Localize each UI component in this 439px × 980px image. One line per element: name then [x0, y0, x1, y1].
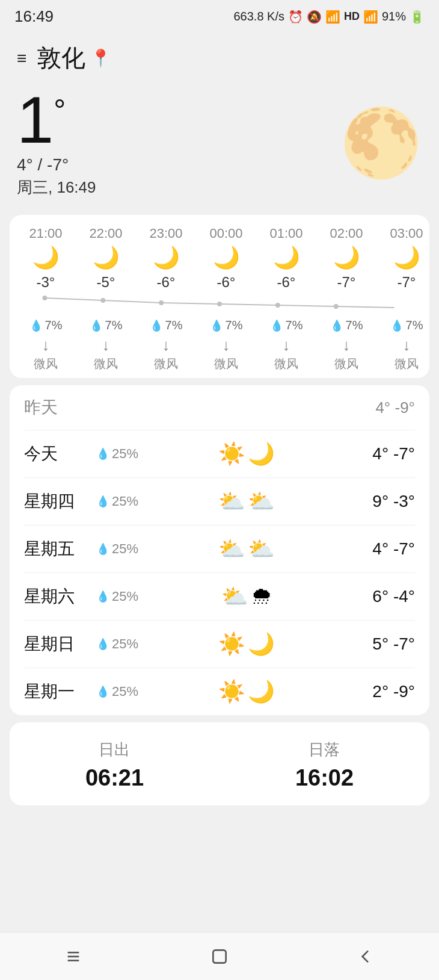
hourly-scroll[interactable]: 21:00 🌙 -3° 22:00 🌙 -5° 23:00 🌙 -6° 00:0…	[10, 226, 429, 291]
status-bar: 16:49 663.8 K/s ⏰ 🔕 📶 HD 📶 91% 🔋	[0, 0, 439, 31]
daily-precip-percent: 25%	[112, 636, 138, 652]
sunrise-label: 日出	[99, 739, 130, 760]
battery-percent: 91%	[382, 10, 406, 23]
precip-item: 💧7%	[376, 318, 429, 332]
signal-icon: 📶	[363, 10, 378, 24]
sunset-item: 日落 16:02	[295, 739, 354, 791]
daily-precip-dot-icon: 💧	[96, 447, 109, 461]
daily-icon1: ☀️	[218, 631, 245, 657]
wind-item: ↓微风	[196, 336, 256, 372]
bottom-nav	[0, 932, 439, 980]
hour-weather-icon: 🌙	[393, 245, 420, 270]
daily-icon2: ⛅	[248, 536, 275, 562]
precip-item: 💧7%	[256, 318, 316, 332]
precip-percent: 7%	[45, 318, 63, 332]
network-speed: 663.8 K/s	[233, 10, 284, 23]
hour-weather-icon: 🌙	[93, 245, 120, 270]
daily-temp: 4° -7°	[337, 539, 415, 559]
daily-precip-dot-icon: 💧	[96, 685, 109, 698]
precip-item: 💧7%	[16, 318, 76, 332]
nav-home-button[interactable]	[195, 932, 244, 981]
hourly-card: 21:00 🌙 -3° 22:00 🌙 -5° 23:00 🌙 -6° 00:0…	[10, 215, 429, 378]
daily-temp: 4° -7°	[337, 444, 415, 464]
nav-back-button[interactable]	[342, 932, 390, 981]
hour-temp: -7°	[337, 274, 356, 291]
wind-label: 微风	[214, 356, 238, 372]
daily-precip-percent: 25%	[112, 494, 138, 509]
hour-item: 01:00 🌙 -6°	[256, 226, 316, 291]
daily-icons: ☀️ 🌙	[156, 441, 337, 467]
daily-day-label: 星期一	[24, 680, 96, 703]
precip-item: 💧7%	[316, 318, 376, 332]
wind-arrow-icon: ↓	[162, 336, 170, 355]
wind-label: 微风	[34, 356, 58, 372]
daily-icons: ☀️ 🌙	[156, 679, 337, 704]
daily-precip-dot-icon: 💧	[96, 542, 109, 556]
hour-label: 03:00	[390, 226, 423, 241]
daily-icon1: ⛅	[221, 584, 248, 609]
hour-label: 22:00	[89, 226, 122, 241]
location-pin-icon: 📍	[90, 48, 111, 68]
hour-weather-icon: 🌙	[213, 245, 240, 270]
daily-icons: ☀️ 🌙	[156, 631, 337, 657]
daily-row: 星期六 💧 25% ⛅ 🌨 6° -4°	[24, 573, 415, 621]
daily-icon2: 🌨	[251, 584, 272, 609]
hour-temp: -6°	[277, 274, 296, 291]
hour-temp: -3°	[37, 274, 55, 291]
hour-weather-icon: 🌙	[273, 245, 300, 270]
wind-arrow-icon: ↓	[102, 336, 110, 355]
daily-day-label: 星期六	[24, 585, 96, 608]
precip-drop-icon: 💧	[90, 319, 103, 332]
hour-label: 01:00	[269, 226, 302, 241]
sunrise-time: 06:21	[85, 765, 144, 791]
daily-day-label: 星期五	[24, 538, 96, 560]
wind-item: ↓微风	[256, 336, 316, 372]
sunset-label: 日落	[309, 739, 340, 760]
precip-drop-icon: 💧	[210, 319, 223, 332]
hour-temp: -5°	[97, 274, 115, 291]
header: ≡ 敦化 📍	[0, 31, 439, 81]
daily-precip-dot-icon: 💧	[96, 637, 109, 651]
wind-label: 微风	[274, 356, 298, 372]
current-temperature: 1 °	[17, 87, 96, 153]
precip-item: 💧7%	[136, 318, 196, 332]
wind-item: ↓微风	[316, 336, 376, 372]
chart-area	[16, 293, 423, 315]
daily-precip: 💧 25%	[96, 541, 156, 557]
daily-temp: 2° -9°	[337, 682, 415, 701]
precip-drop-icon: 💧	[150, 319, 163, 332]
daily-row: 星期一 💧 25% ☀️ 🌙 2° -9°	[24, 668, 415, 715]
precip-drop-icon: 💧	[29, 319, 43, 332]
daily-precip-percent: 25%	[112, 684, 138, 699]
daily-precip-percent: 25%	[112, 541, 138, 557]
svg-point-1	[100, 298, 105, 303]
daily-day-label: 星期日	[24, 633, 96, 656]
temp-range: 4° / -7°	[17, 155, 96, 175]
nav-menu-button[interactable]	[49, 932, 97, 981]
yesterday-label: 昨天	[24, 396, 96, 419]
daily-row: 今天 💧 25% ☀️ 🌙 4° -7°	[24, 430, 415, 478]
daily-precip: 💧 25%	[96, 494, 156, 509]
hour-item: 02:00 🌙 -7°	[316, 226, 376, 291]
daily-icons: ⛅ 🌨	[156, 584, 337, 609]
yesterday-row: 昨天 4° -9°	[24, 385, 415, 430]
svg-point-0	[43, 296, 48, 300]
menu-button[interactable]: ≡	[17, 50, 26, 67]
wind-arrow-icon: ↓	[42, 336, 50, 355]
daily-temp: 5° -7°	[337, 634, 415, 654]
hour-weather-icon: 🌙	[32, 245, 60, 270]
daily-row: 星期日 💧 25% ☀️ 🌙 5° -7°	[24, 621, 415, 668]
daily-row: 星期四 💧 25% ⛅ ⛅ 9° -3°	[24, 478, 415, 526]
battery-icon: 🔋	[410, 10, 425, 24]
hour-item: 00:00 🌙 -6°	[196, 226, 256, 291]
daily-precip-percent: 25%	[112, 446, 138, 462]
hour-weather-icon: 🌙	[333, 245, 360, 270]
daily-precip: 💧 25%	[96, 636, 156, 652]
daily-precip: 💧 25%	[96, 684, 156, 699]
daily-precip-dot-icon: 💧	[96, 590, 109, 603]
svg-point-5	[334, 304, 339, 309]
temp-block: 1 ° 4° / -7° 周三, 16:49	[17, 87, 96, 198]
date-time: 周三, 16:49	[17, 177, 96, 198]
daily-precip-dot-icon: 💧	[96, 495, 109, 508]
wind-label: 微风	[154, 356, 178, 372]
